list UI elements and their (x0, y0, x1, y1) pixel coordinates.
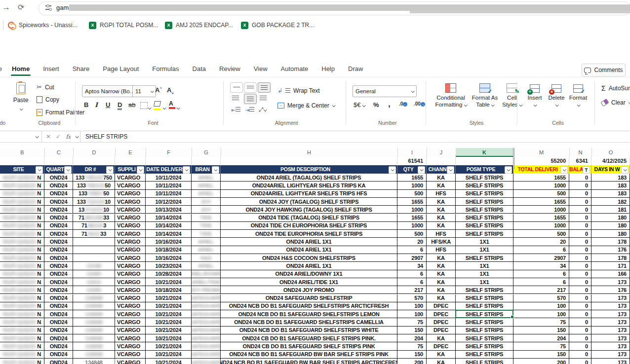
cell-bal[interactable]: 0 (569, 302, 591, 310)
cell-date[interactable]: 10/21/2024 (146, 278, 192, 286)
cell-qty[interactable]: 100 (397, 302, 427, 310)
cell-quarter[interactable]: OND24 (44, 334, 73, 342)
cell-desc[interactable]: OND24 ARIEL (TAGALOG) SHELF STRIPS (221, 174, 397, 181)
cell-dr[interactable]: 7144/1333 (73, 230, 115, 237)
currency-button[interactable]: $€ (354, 101, 365, 109)
cell-days[interactable]: 173 (591, 334, 630, 342)
cell-desc[interactable]: OND24 CB DO B1 SAFEGUARD SHELF STRIPS PI… (221, 342, 397, 350)
cell-channel[interactable]: KA (427, 206, 456, 213)
cell-bal[interactable]: 0 (569, 310, 591, 318)
cell-qty[interactable]: 500 (397, 230, 427, 237)
clear-button[interactable]: Clear (601, 99, 630, 106)
cell-brand[interactable]: ARIEL (192, 182, 221, 189)
cell-site[interactable]: RGPI QUEZON (0, 342, 44, 350)
cell-site[interactable]: RGPI QUEZON (0, 230, 44, 237)
sum-cell-date[interactable] (146, 157, 192, 165)
cell-supplier[interactable]: VCARGO (115, 342, 146, 350)
cell-days[interactable]: 178 (591, 254, 630, 261)
cell-brand[interactable]: SAFEGUARD (192, 342, 221, 350)
header-brand[interactable]: BRAN (192, 165, 221, 174)
cell-dr[interactable]: 133712/13310 (73, 198, 115, 205)
cell-dr[interactable]: 13395 (73, 286, 115, 293)
cell-supplier[interactable]: VCARGO (115, 206, 146, 213)
cell-posmtype[interactable]: SHELF STRIPS (456, 222, 513, 229)
cell-channel[interactable]: KA (427, 214, 456, 221)
cell-date[interactable]: 10/11/2024 (146, 182, 192, 189)
cell-dr[interactable]: 133712/1310 (73, 206, 115, 213)
cell-supplier[interactable]: VCARGO (115, 302, 146, 310)
format-painter-button[interactable]: Format Painter (37, 109, 84, 116)
cell-date[interactable]: 10/18/2024 (146, 246, 192, 254)
cell-total[interactable]: 34 (513, 262, 569, 269)
cell-channel[interactable]: DPEC (427, 318, 456, 326)
cell-quarter[interactable]: OND24 (44, 302, 73, 310)
cell-days[interactable]: 166 (591, 270, 630, 278)
cell-dr[interactable]: 133749/133750 (73, 174, 115, 181)
cell-total[interactable]: 75 (513, 342, 569, 350)
cell-quarter[interactable]: OND24 (44, 246, 73, 254)
cell-posmtype[interactable]: 1X1 (456, 262, 513, 269)
cell-total[interactable]: 100 (513, 302, 569, 310)
header-total[interactable]: TOTAL DELIVERI (513, 165, 569, 174)
align-top-button[interactable] (230, 82, 243, 93)
cell-date[interactable]: 10/16/2024 (146, 238, 192, 245)
fx-icon[interactable]: fx (66, 133, 71, 140)
cell-brand[interactable]: ARIEL (192, 262, 221, 269)
cell-quarter[interactable]: OND24 (44, 174, 73, 181)
column-header-B[interactable]: B (0, 148, 45, 157)
tab-formulas[interactable]: Formulas (152, 65, 179, 73)
cell-channel[interactable]: KA (427, 278, 456, 286)
cancel-icon[interactable]: ✕ (46, 133, 51, 140)
cell-desc[interactable]: OND24ARIEL LIGHTYEAR SHELFS TRIPS KA (221, 182, 397, 189)
header-supplier[interactable]: SUPPLI (115, 165, 146, 174)
cell-days[interactable]: 173 (591, 351, 630, 358)
cell-desc[interactable]: OND24 CB DO B1 SAFEGUARD SHELF STRIPS PI… (221, 334, 397, 342)
header-qty[interactable]: QTY (397, 165, 427, 174)
filter-button-qty[interactable] (418, 166, 425, 174)
cell-channel[interactable]: HFS/KA (427, 238, 456, 245)
cell-date[interactable]: 10/13/2024 (146, 206, 192, 213)
cell-total[interactable]: 1655 (513, 174, 569, 181)
cell-desc[interactable]: OND24 ARIEL/DOWNY 1X1 (221, 270, 397, 278)
cell-desc[interactable]: OND24 JOY PROMO (221, 286, 397, 293)
cell-total[interactable]: 6 (513, 278, 569, 286)
cell-date[interactable]: 10/16/2024 (146, 254, 192, 261)
cell-channel[interactable]: KA (427, 262, 456, 269)
cell-bal[interactable]: 0 (569, 254, 591, 261)
reload-icon[interactable]: ⟳ (18, 2, 24, 12)
cell-qty[interactable]: 1000 (397, 182, 427, 189)
sum-cell-dr[interactable] (73, 157, 115, 165)
cell-supplier[interactable]: VCARGO (115, 294, 146, 302)
cell-posmtype[interactable]: SHELF STRIPS (456, 206, 513, 213)
cell-desc[interactable]: OND24 NCB DO B1 SAFEGUARD SHELFSTRIPS CA… (221, 318, 397, 326)
cell-quarter[interactable]: OND24 (44, 190, 73, 197)
tab-automate[interactable]: Automate (281, 65, 309, 73)
cell-date[interactable]: 10/21/2024 (146, 294, 192, 302)
filter-button-brand[interactable] (212, 166, 219, 174)
merge-center-button[interactable]: ↔Merge & Center (277, 102, 335, 109)
cell-bal[interactable]: 0 (569, 230, 591, 237)
cell-brand[interactable]: ARIEL (192, 246, 221, 254)
cell-supplier[interactable]: VCARGO (115, 278, 146, 286)
cell-brand[interactable]: SAFEGUARD (192, 327, 221, 334)
cell-posmtype[interactable]: SHELF STRIPS (456, 214, 513, 221)
cell-qty[interactable]: 6 (397, 246, 427, 254)
cell-desc[interactable]: OND24 ARIEL 1X1 (221, 246, 397, 254)
cell-days[interactable]: 180 (591, 222, 630, 229)
tab-insert[interactable]: Insert (43, 65, 59, 73)
cell-site[interactable]: RGPI QUEZON (0, 246, 44, 254)
cell-desc[interactable]: OND24 NCB DO B1 SAFEGUARD SHELFSTRIPS AR… (221, 302, 397, 310)
cell-bal[interactable]: 0 (569, 246, 591, 254)
cell-posmtype[interactable]: SHELF STRIPS (456, 334, 513, 342)
column-header-K[interactable]: K (456, 148, 513, 157)
cell-desc[interactable]: OND24 JOY HAWKING (TAGALOG) SHELF STRIPS (221, 206, 397, 213)
cell-days[interactable]: 183 (591, 182, 630, 189)
cell-supplier[interactable]: VCARGO (115, 214, 146, 221)
cell-qty[interactable]: 6 (397, 270, 427, 278)
cell-qty[interactable]: 204 (397, 334, 427, 342)
cell-total[interactable]: 20 (513, 238, 569, 245)
percent-button[interactable]: % (373, 101, 379, 109)
tab-view[interactable]: View (254, 65, 268, 73)
cell-qty[interactable]: 217 (397, 286, 427, 293)
cell-days[interactable]: 178 (591, 238, 630, 245)
